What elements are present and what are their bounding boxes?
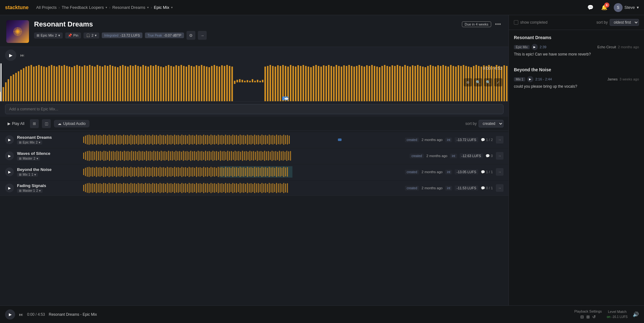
svg-rect-435 bbox=[290, 151, 291, 161]
svg-rect-391 bbox=[209, 151, 210, 161]
mix-tag[interactable]: ⊞ Epic Mix 2 ▾ bbox=[34, 32, 63, 38]
svg-rect-558 bbox=[98, 184, 99, 192]
svg-rect-572 bbox=[123, 183, 124, 193]
user-menu-button[interactable]: S Steve ▾ bbox=[614, 3, 639, 12]
svg-rect-397 bbox=[220, 151, 221, 161]
track-play-button-1[interactable]: ▶ bbox=[5, 151, 14, 160]
breadcrumb-resonant-dreams[interactable]: Resonant Dreams ▾ bbox=[112, 5, 149, 10]
track-goto-3[interactable]: → bbox=[496, 184, 503, 192]
track-mix-tag-0[interactable]: ⊞ Epic Mix 2 ▾ bbox=[17, 140, 42, 144]
due-badge: Due in 4 weeks bbox=[462, 21, 491, 27]
svg-rect-661 bbox=[285, 184, 286, 192]
svg-rect-285 bbox=[223, 136, 224, 144]
svg-rect-77 bbox=[183, 66, 185, 101]
comment-input[interactable] bbox=[5, 104, 503, 114]
track-waveform-3[interactable] bbox=[83, 182, 402, 194]
track-waveform-1[interactable] bbox=[83, 150, 406, 162]
track-view-button[interactable]: ◫ bbox=[42, 119, 51, 128]
project-info: Resonant Dreams Due in 4 weeks ••• ⊞ Epi… bbox=[34, 20, 502, 40]
table-row[interactable]: ▶ Resonant Dreams ⊞ Epic Mix 2 ▾ bbox=[0, 132, 509, 148]
track-play-button-0[interactable]: ▶ bbox=[5, 135, 14, 144]
svg-rect-453 bbox=[114, 168, 115, 176]
track-waveform-2[interactable] bbox=[83, 166, 402, 178]
table-row[interactable]: ▶ Waves of Silence ⊞ Master 2 ▾ bbox=[0, 148, 509, 164]
breadcrumb-epic-mix[interactable]: Epic Mix ▾ bbox=[154, 5, 173, 10]
expand-button[interactable]: → bbox=[198, 31, 207, 40]
track-goto-2[interactable]: → bbox=[496, 168, 503, 176]
svg-rect-521 bbox=[236, 167, 237, 177]
playback-icon-2[interactable]: ⊞ bbox=[586, 314, 590, 319]
waveform-zoom-in[interactable]: 🔍 bbox=[484, 78, 492, 86]
track-play-button-3[interactable]: ▶ bbox=[5, 184, 14, 192]
play-all-button[interactable]: ▶ Play All bbox=[5, 120, 27, 127]
table-row[interactable]: ▶ Fading Signals ⊞ Master 1 2 ▾ bbox=[0, 180, 509, 196]
svg-rect-511 bbox=[218, 167, 219, 177]
svg-rect-283 bbox=[220, 135, 221, 144]
svg-rect-555 bbox=[92, 183, 93, 193]
notifications-button[interactable]: 🔔 6 bbox=[600, 3, 609, 12]
main-play-button[interactable]: ▶ bbox=[5, 50, 16, 61]
track-waveform-0[interactable] bbox=[83, 134, 402, 145]
svg-rect-475 bbox=[152, 167, 153, 177]
upload-audio-button[interactable]: ☁ Upload Audio bbox=[54, 120, 89, 127]
track-sort-select[interactable]: created bbox=[479, 120, 503, 127]
pin-tag[interactable]: 📌 Pin bbox=[65, 32, 81, 38]
track-mix-tag-3[interactable]: ⊞ Master 1 2 ▾ bbox=[17, 189, 43, 193]
waveform-canvas[interactable]: 💬 0:00 / 4:53 ⊕ 🔍 🔍 ⤢ bbox=[0, 63, 509, 101]
svg-rect-385 bbox=[198, 151, 198, 161]
svg-rect-568 bbox=[116, 183, 117, 193]
svg-rect-130 bbox=[318, 66, 319, 101]
svg-rect-134 bbox=[328, 65, 330, 101]
svg-rect-603 bbox=[180, 184, 181, 192]
pin-icon: 📌 bbox=[68, 33, 72, 38]
track-goto-1[interactable]: → bbox=[496, 152, 503, 160]
track-filter-button[interactable]: ⊞ bbox=[30, 119, 39, 128]
svg-rect-342 bbox=[118, 151, 119, 160]
show-completed-label[interactable]: show completed bbox=[514, 20, 548, 25]
comment-play-button-0[interactable]: ▶ bbox=[532, 44, 538, 50]
breadcrumb-all-projects[interactable]: All Projects bbox=[36, 5, 57, 10]
show-completed-checkbox[interactable] bbox=[514, 20, 518, 25]
svg-rect-230 bbox=[123, 135, 124, 145]
svg-rect-133 bbox=[325, 66, 327, 101]
track-mix-tag-2[interactable]: ⊞ Mix 1 1 ▾ bbox=[17, 173, 38, 177]
playback-icon-3[interactable]: ↺ bbox=[592, 314, 596, 319]
upload-icon: ☁ bbox=[58, 121, 61, 126]
breadcrumb-feedback-loopers[interactable]: The Feedback Loopers ▾ bbox=[62, 5, 107, 10]
svg-rect-565 bbox=[111, 184, 112, 192]
svg-rect-266 bbox=[189, 135, 190, 145]
svg-rect-352 bbox=[137, 152, 138, 160]
waveform-zoom-out[interactable]: 🔍 bbox=[474, 78, 482, 86]
svg-rect-347 bbox=[128, 151, 129, 161]
svg-rect-354 bbox=[141, 151, 141, 160]
track-play-button-2[interactable]: ▶ bbox=[5, 167, 14, 176]
list-item: Epic Mix ▶ 2:39 Echo Circuit 2 months ag… bbox=[509, 41, 644, 60]
track-mix-tag-1[interactable]: ⊞ Master 2 ▾ bbox=[17, 156, 40, 161]
svg-rect-45 bbox=[102, 67, 103, 101]
skip-back-button[interactable]: ⏭ bbox=[20, 53, 25, 58]
right-sort-select[interactable]: oldest first bbox=[610, 19, 639, 26]
svg-rect-100 bbox=[242, 80, 243, 82]
table-row[interactable]: ▶ Beyond the Noise ⊞ Mix 1 1 ▾ bbox=[0, 164, 509, 180]
comment-play-button-1[interactable]: ▶ bbox=[527, 76, 533, 82]
track-goto-0[interactable]: → bbox=[496, 136, 503, 144]
volume-button[interactable]: 🔊 bbox=[633, 311, 639, 317]
svg-rect-503 bbox=[203, 167, 204, 177]
playback-icon-1[interactable]: ⊟ bbox=[580, 314, 584, 319]
settings-icon[interactable]: ⚙ bbox=[187, 31, 195, 40]
breadcrumb-sep-1: › bbox=[59, 5, 60, 10]
svg-rect-579 bbox=[136, 184, 137, 192]
waveform-tool-1[interactable]: ⊕ bbox=[464, 78, 472, 86]
messages-button[interactable]: 💬 bbox=[586, 3, 595, 12]
more-options-button[interactable]: ••• bbox=[494, 21, 502, 28]
svg-rect-646 bbox=[258, 183, 259, 193]
bottom-skip-button[interactable]: ⏭ bbox=[19, 312, 23, 317]
waveform-fullscreen[interactable]: ⤢ bbox=[494, 78, 502, 86]
svg-rect-138 bbox=[338, 66, 340, 101]
svg-rect-290 bbox=[233, 135, 233, 145]
svg-rect-621 bbox=[212, 184, 213, 192]
svg-rect-535 bbox=[262, 167, 262, 177]
headphone-tag[interactable]: 🎧 2 ▾ bbox=[83, 32, 99, 38]
svg-rect-654 bbox=[273, 183, 273, 193]
bottom-play-button[interactable]: ▶ bbox=[5, 309, 15, 320]
